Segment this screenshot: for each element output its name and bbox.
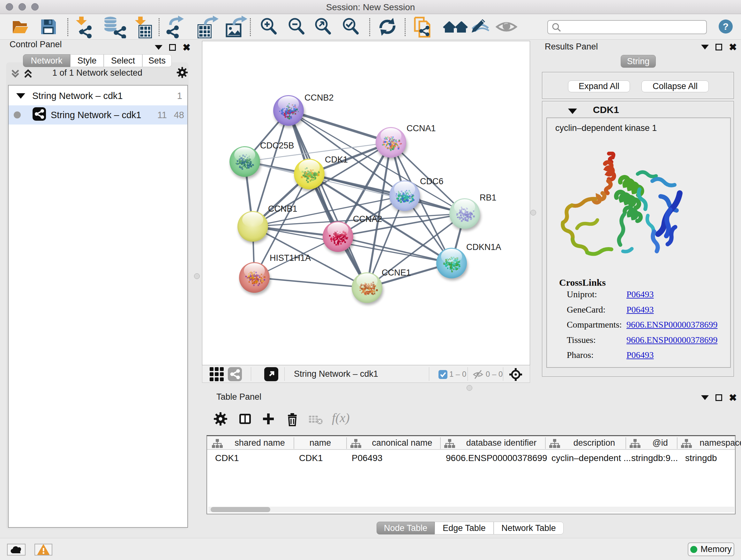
svg-text:RB1: RB1: [480, 193, 496, 202]
svg-text:CCNA2: CCNA2: [353, 214, 382, 224]
svg-text:CDC25B: CDC25B: [260, 141, 294, 150]
svg-text:CCNB2: CCNB2: [305, 93, 334, 103]
svg-text:HIST1H1A: HIST1H1A: [270, 253, 311, 263]
svg-text:CCNA1: CCNA1: [407, 124, 436, 133]
svg-text:?: ?: [723, 21, 729, 32]
svg-text:CDKN1A: CDKN1A: [466, 242, 501, 252]
svg-text:CCNE1: CCNE1: [382, 268, 411, 277]
svg-text:CDC6: CDC6: [420, 177, 444, 186]
svg-text:CCNB1: CCNB1: [268, 204, 297, 213]
svg-text:CDK1: CDK1: [325, 155, 348, 165]
